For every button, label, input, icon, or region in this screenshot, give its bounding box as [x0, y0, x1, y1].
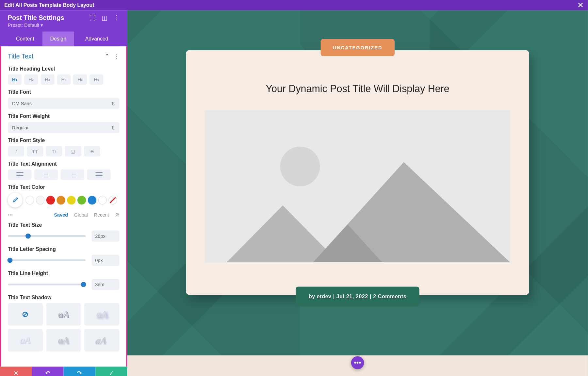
label-font: Title Font — [8, 89, 119, 95]
label-size: Title Text Size — [8, 222, 119, 228]
color-tab-saved[interactable]: Saved — [54, 212, 68, 217]
label-lineheight: Title Line Height — [8, 270, 119, 276]
shadow-options: ⊘ aA aA aA aA aA — [8, 303, 119, 351]
shadow-preset-4[interactable]: aA — [46, 329, 81, 351]
preset-dropdown[interactable]: Preset: Default ▾ — [8, 23, 119, 28]
tab-advanced[interactable]: Advanced — [74, 32, 119, 46]
shadow-preset-1[interactable]: aA — [46, 303, 81, 326]
style-strike[interactable]: S — [84, 146, 100, 156]
size-slider[interactable] — [8, 235, 86, 237]
label-heading-level: Title Heading Level — [8, 66, 119, 72]
align-left[interactable] — [8, 170, 32, 180]
spacing-slider[interactable] — [8, 259, 86, 261]
color-swatch[interactable] — [77, 196, 86, 204]
more-icon[interactable]: ⋮ — [113, 14, 120, 21]
heading-h3[interactable]: H3 — [41, 74, 54, 85]
footer-actions: ✕ ↶ ↷ ✓ — [0, 367, 127, 376]
shadow-preset-3[interactable]: aA — [8, 329, 43, 351]
chevron-up-icon[interactable]: ⌃ — [105, 53, 110, 59]
style-italic[interactable]: I — [8, 146, 24, 156]
label-style: Title Font Style — [8, 138, 119, 144]
shadow-preset-5[interactable]: aA — [85, 329, 120, 351]
weight-value: Regular — [12, 125, 29, 130]
preview-canvas: UNCATEGORIZED Your Dynamic Post Title Wi… — [127, 10, 588, 376]
heading-h4[interactable]: H4 — [57, 74, 71, 85]
color-swatches — [8, 193, 119, 207]
topbar: Edit All Posts Template Body Layout ✕ — [0, 0, 588, 10]
post-meta-badge[interactable]: by etdev | Jul 21, 2022 | 2 Comments — [296, 286, 419, 306]
section-more-icon[interactable]: ⋮ — [113, 53, 120, 59]
cancel-button[interactable]: ✕ — [0, 367, 32, 376]
heading-h1[interactable]: H1 — [8, 74, 22, 85]
sidebar-header: Post Title Settings ⛶ ◫ ⋮ Preset: Defaul… — [0, 10, 127, 46]
lineheight-slider[interactable] — [8, 284, 86, 285]
heading-h6[interactable]: H6 — [90, 74, 103, 85]
section-header[interactable]: Title Text ⌃ ⋮ — [8, 50, 119, 61]
font-style-options: I TT TT U S — [8, 146, 119, 156]
color-swatch-none[interactable] — [108, 196, 117, 204]
label-spacing: Title Letter Spacing — [8, 246, 119, 252]
color-swatch[interactable] — [98, 196, 106, 204]
settings-panel[interactable]: Title Text ⌃ ⋮ Title Heading Level H1 H2… — [0, 46, 127, 367]
color-swatch[interactable] — [67, 196, 75, 204]
font-select[interactable]: DM Sans ⇅ — [8, 98, 119, 109]
shadow-preset-2[interactable]: aA — [85, 303, 120, 326]
label-weight: Title Font Weight — [8, 113, 119, 120]
featured-image-placeholder — [205, 110, 510, 262]
layout-icon[interactable]: ◫ — [102, 14, 107, 21]
sidebar: Post Title Settings ⛶ ◫ ⋮ Preset: Defaul… — [0, 10, 127, 367]
close-icon[interactable]: ✕ — [577, 0, 584, 10]
redo-button[interactable]: ↷ — [64, 367, 95, 376]
lineheight-value[interactable]: 3em — [92, 279, 120, 290]
align-right[interactable] — [60, 170, 84, 180]
fab-more-icon[interactable]: ••• — [351, 356, 364, 369]
font-value: DM Sans — [12, 101, 32, 106]
style-underline[interactable]: U — [65, 146, 81, 156]
style-uppercase[interactable]: TT — [27, 146, 43, 156]
gear-icon[interactable]: ⚙ — [115, 212, 119, 218]
color-swatch[interactable] — [36, 196, 44, 204]
save-button[interactable]: ✓ — [95, 367, 127, 376]
size-value[interactable]: 26px — [92, 230, 120, 241]
color-swatch[interactable] — [88, 196, 96, 204]
weight-select[interactable]: Regular ⇅ — [8, 122, 119, 133]
color-swatch[interactable] — [25, 196, 34, 204]
color-swatch[interactable] — [46, 196, 55, 204]
color-tab-global[interactable]: Global — [74, 212, 88, 217]
shadow-none[interactable]: ⊘ — [8, 303, 43, 326]
undo-button[interactable]: ↶ — [32, 367, 63, 376]
post-title[interactable]: Your Dynamic Post Title Will Display Her… — [186, 83, 529, 95]
topbar-title: Edit All Posts Template Body Layout — [4, 2, 94, 8]
spacing-value[interactable]: 0px — [92, 255, 120, 266]
style-smallcaps[interactable]: TT — [46, 146, 62, 156]
post-card: UNCATEGORIZED Your Dynamic Post Title Wi… — [186, 50, 529, 295]
tabs: Content Design Advanced — [8, 32, 119, 46]
tab-design[interactable]: Design — [42, 32, 74, 46]
align-center[interactable] — [34, 170, 58, 180]
align-justify[interactable] — [87, 170, 111, 180]
color-swatch[interactable] — [57, 196, 65, 204]
label-alignment: Title Text Alignment — [8, 161, 119, 167]
heading-h5[interactable]: H5 — [73, 74, 87, 85]
category-badge[interactable]: UNCATEGORIZED — [321, 39, 395, 56]
label-color: Title Text Color — [8, 184, 119, 190]
tab-content[interactable]: Content — [8, 32, 42, 46]
svg-point-1 — [280, 147, 320, 187]
heading-h2[interactable]: H2 — [24, 74, 38, 85]
chevron-down-icon: ⇅ — [111, 101, 115, 106]
color-tabs: ••• Saved Global Recent ⚙ — [8, 212, 119, 218]
section-title: Title Text — [8, 52, 33, 59]
color-tab-recent[interactable]: Recent — [94, 212, 109, 217]
label-shadow: Title Text Shadow — [8, 294, 119, 301]
chevron-down-icon: ⇅ — [111, 125, 115, 130]
expand-icon[interactable]: ⛶ — [90, 14, 96, 21]
color-picker-icon[interactable] — [8, 193, 23, 207]
ellipsis-icon[interactable]: ••• — [8, 212, 13, 217]
heading-level-options: H1 H2 H3 H4 H5 H6 — [8, 74, 119, 85]
alignment-options — [8, 170, 119, 180]
settings-title: Post Title Settings — [8, 14, 64, 21]
